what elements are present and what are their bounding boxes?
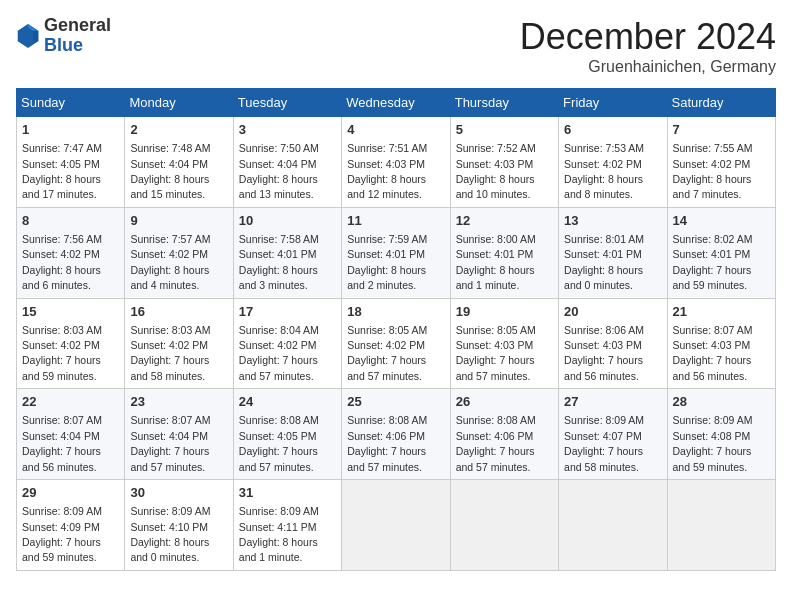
day-info: Sunrise: 8:08 AM Sunset: 4:05 PM Dayligh… — [239, 414, 319, 472]
day-cell-17: 17Sunrise: 8:04 AM Sunset: 4:02 PM Dayli… — [233, 298, 341, 389]
day-number: 9 — [130, 212, 227, 230]
day-number: 15 — [22, 303, 119, 321]
day-info: Sunrise: 8:09 AM Sunset: 4:07 PM Dayligh… — [564, 414, 644, 472]
day-info: Sunrise: 8:09 AM Sunset: 4:11 PM Dayligh… — [239, 505, 319, 563]
day-number: 16 — [130, 303, 227, 321]
day-info: Sunrise: 7:55 AM Sunset: 4:02 PM Dayligh… — [673, 142, 753, 200]
day-number: 18 — [347, 303, 444, 321]
day-number: 8 — [22, 212, 119, 230]
day-info: Sunrise: 8:03 AM Sunset: 4:02 PM Dayligh… — [22, 324, 102, 382]
empty-cell — [342, 480, 450, 571]
day-number: 2 — [130, 121, 227, 139]
day-info: Sunrise: 8:05 AM Sunset: 4:03 PM Dayligh… — [456, 324, 536, 382]
weekday-tuesday: Tuesday — [233, 89, 341, 117]
day-number: 30 — [130, 484, 227, 502]
day-number: 24 — [239, 393, 336, 411]
day-cell-20: 20Sunrise: 8:06 AM Sunset: 4:03 PM Dayli… — [559, 298, 667, 389]
day-number: 26 — [456, 393, 553, 411]
day-cell-19: 19Sunrise: 8:05 AM Sunset: 4:03 PM Dayli… — [450, 298, 558, 389]
day-cell-22: 22Sunrise: 8:07 AM Sunset: 4:04 PM Dayli… — [17, 389, 125, 480]
day-number: 17 — [239, 303, 336, 321]
weekday-header-row: SundayMondayTuesdayWednesdayThursdayFrid… — [17, 89, 776, 117]
location: Gruenhainichen, Germany — [520, 58, 776, 76]
day-cell-6: 6Sunrise: 7:53 AM Sunset: 4:02 PM Daylig… — [559, 117, 667, 208]
day-info: Sunrise: 8:00 AM Sunset: 4:01 PM Dayligh… — [456, 233, 536, 291]
calendar-table: SundayMondayTuesdayWednesdayThursdayFrid… — [16, 88, 776, 571]
week-row-4: 22Sunrise: 8:07 AM Sunset: 4:04 PM Dayli… — [17, 389, 776, 480]
day-number: 20 — [564, 303, 661, 321]
day-number: 27 — [564, 393, 661, 411]
day-cell-25: 25Sunrise: 8:08 AM Sunset: 4:06 PM Dayli… — [342, 389, 450, 480]
day-info: Sunrise: 7:57 AM Sunset: 4:02 PM Dayligh… — [130, 233, 210, 291]
week-row-5: 29Sunrise: 8:09 AM Sunset: 4:09 PM Dayli… — [17, 480, 776, 571]
day-cell-16: 16Sunrise: 8:03 AM Sunset: 4:02 PM Dayli… — [125, 298, 233, 389]
day-cell-5: 5Sunrise: 7:52 AM Sunset: 4:03 PM Daylig… — [450, 117, 558, 208]
day-cell-13: 13Sunrise: 8:01 AM Sunset: 4:01 PM Dayli… — [559, 207, 667, 298]
day-info: Sunrise: 7:52 AM Sunset: 4:03 PM Dayligh… — [456, 142, 536, 200]
day-info: Sunrise: 8:07 AM Sunset: 4:03 PM Dayligh… — [673, 324, 753, 382]
day-number: 22 — [22, 393, 119, 411]
day-number: 19 — [456, 303, 553, 321]
day-cell-11: 11Sunrise: 7:59 AM Sunset: 4:01 PM Dayli… — [342, 207, 450, 298]
calendar-body: 1Sunrise: 7:47 AM Sunset: 4:05 PM Daylig… — [17, 117, 776, 571]
day-info: Sunrise: 8:02 AM Sunset: 4:01 PM Dayligh… — [673, 233, 753, 291]
empty-cell — [559, 480, 667, 571]
day-info: Sunrise: 7:47 AM Sunset: 4:05 PM Dayligh… — [22, 142, 102, 200]
day-info: Sunrise: 7:58 AM Sunset: 4:01 PM Dayligh… — [239, 233, 319, 291]
day-cell-9: 9Sunrise: 7:57 AM Sunset: 4:02 PM Daylig… — [125, 207, 233, 298]
day-cell-14: 14Sunrise: 8:02 AM Sunset: 4:01 PM Dayli… — [667, 207, 775, 298]
weekday-friday: Friday — [559, 89, 667, 117]
day-cell-26: 26Sunrise: 8:08 AM Sunset: 4:06 PM Dayli… — [450, 389, 558, 480]
day-info: Sunrise: 8:09 AM Sunset: 4:09 PM Dayligh… — [22, 505, 102, 563]
day-info: Sunrise: 7:53 AM Sunset: 4:02 PM Dayligh… — [564, 142, 644, 200]
title-block: December 2024 Gruenhainichen, Germany — [520, 16, 776, 76]
day-cell-10: 10Sunrise: 7:58 AM Sunset: 4:01 PM Dayli… — [233, 207, 341, 298]
day-cell-30: 30Sunrise: 8:09 AM Sunset: 4:10 PM Dayli… — [125, 480, 233, 571]
week-row-1: 1Sunrise: 7:47 AM Sunset: 4:05 PM Daylig… — [17, 117, 776, 208]
day-number: 7 — [673, 121, 770, 139]
day-number: 11 — [347, 212, 444, 230]
weekday-sunday: Sunday — [17, 89, 125, 117]
day-cell-24: 24Sunrise: 8:08 AM Sunset: 4:05 PM Dayli… — [233, 389, 341, 480]
day-info: Sunrise: 8:03 AM Sunset: 4:02 PM Dayligh… — [130, 324, 210, 382]
day-cell-29: 29Sunrise: 8:09 AM Sunset: 4:09 PM Dayli… — [17, 480, 125, 571]
day-info: Sunrise: 7:59 AM Sunset: 4:01 PM Dayligh… — [347, 233, 427, 291]
empty-cell — [667, 480, 775, 571]
day-cell-21: 21Sunrise: 8:07 AM Sunset: 4:03 PM Dayli… — [667, 298, 775, 389]
day-info: Sunrise: 8:06 AM Sunset: 4:03 PM Dayligh… — [564, 324, 644, 382]
day-cell-27: 27Sunrise: 8:09 AM Sunset: 4:07 PM Dayli… — [559, 389, 667, 480]
week-row-3: 15Sunrise: 8:03 AM Sunset: 4:02 PM Dayli… — [17, 298, 776, 389]
day-cell-7: 7Sunrise: 7:55 AM Sunset: 4:02 PM Daylig… — [667, 117, 775, 208]
day-number: 6 — [564, 121, 661, 139]
empty-cell — [450, 480, 558, 571]
day-number: 1 — [22, 121, 119, 139]
day-cell-28: 28Sunrise: 8:09 AM Sunset: 4:08 PM Dayli… — [667, 389, 775, 480]
day-cell-2: 2Sunrise: 7:48 AM Sunset: 4:04 PM Daylig… — [125, 117, 233, 208]
day-cell-3: 3Sunrise: 7:50 AM Sunset: 4:04 PM Daylig… — [233, 117, 341, 208]
weekday-wednesday: Wednesday — [342, 89, 450, 117]
svg-marker-2 — [33, 31, 38, 41]
logo-blue-text: Blue — [44, 36, 111, 56]
day-number: 12 — [456, 212, 553, 230]
day-number: 4 — [347, 121, 444, 139]
day-info: Sunrise: 8:08 AM Sunset: 4:06 PM Dayligh… — [456, 414, 536, 472]
day-info: Sunrise: 7:50 AM Sunset: 4:04 PM Dayligh… — [239, 142, 319, 200]
day-cell-15: 15Sunrise: 8:03 AM Sunset: 4:02 PM Dayli… — [17, 298, 125, 389]
day-number: 14 — [673, 212, 770, 230]
page-header: General Blue December 2024 Gruenhainiche… — [16, 16, 776, 76]
day-number: 21 — [673, 303, 770, 321]
day-info: Sunrise: 7:51 AM Sunset: 4:03 PM Dayligh… — [347, 142, 427, 200]
day-info: Sunrise: 8:08 AM Sunset: 4:06 PM Dayligh… — [347, 414, 427, 472]
day-cell-8: 8Sunrise: 7:56 AM Sunset: 4:02 PM Daylig… — [17, 207, 125, 298]
day-info: Sunrise: 8:01 AM Sunset: 4:01 PM Dayligh… — [564, 233, 644, 291]
logo-general-text: General — [44, 16, 111, 36]
day-number: 23 — [130, 393, 227, 411]
month-title: December 2024 — [520, 16, 776, 58]
week-row-2: 8Sunrise: 7:56 AM Sunset: 4:02 PM Daylig… — [17, 207, 776, 298]
day-info: Sunrise: 7:56 AM Sunset: 4:02 PM Dayligh… — [22, 233, 102, 291]
day-info: Sunrise: 8:09 AM Sunset: 4:08 PM Dayligh… — [673, 414, 753, 472]
day-info: Sunrise: 7:48 AM Sunset: 4:04 PM Dayligh… — [130, 142, 210, 200]
day-info: Sunrise: 8:05 AM Sunset: 4:02 PM Dayligh… — [347, 324, 427, 382]
day-number: 29 — [22, 484, 119, 502]
day-info: Sunrise: 8:07 AM Sunset: 4:04 PM Dayligh… — [130, 414, 210, 472]
